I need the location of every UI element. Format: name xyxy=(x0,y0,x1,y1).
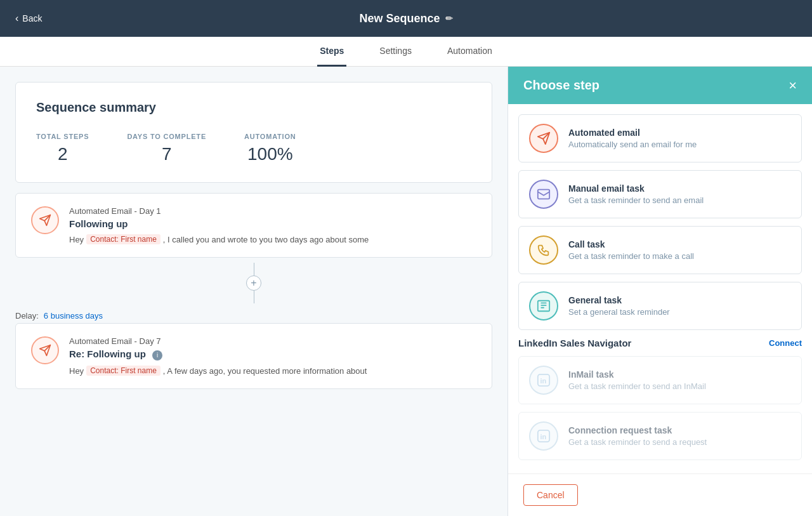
general-task-text: General task Set a general task reminder xyxy=(568,295,670,317)
svg-rect-0 xyxy=(538,190,549,199)
call-task-title: Call task xyxy=(568,239,694,249)
delay-row: Delay: 6 business days xyxy=(15,308,492,323)
step-2-header: Automated Email - Day 7 Re: Following up… xyxy=(31,336,476,376)
option-general-task[interactable]: General task Set a general task reminder xyxy=(518,282,802,330)
option-connection-request: in Connection request task Get a task re… xyxy=(518,412,802,460)
connection-request-title: Connection request task xyxy=(568,425,707,435)
call-task-desc: Get a task reminder to make a call xyxy=(568,251,694,261)
connection-request-icon: in xyxy=(529,421,558,451)
stat-automation: Automation 100% xyxy=(244,133,296,164)
content-area: Sequence summary Total Steps 2 Days to C… xyxy=(0,67,508,516)
sequence-title-container: New Sequence ✏ xyxy=(359,12,452,25)
stat-days-value: 7 xyxy=(127,144,206,164)
step-1-subject: Following up xyxy=(69,218,476,229)
chevron-left-icon: ‹ xyxy=(15,13,18,24)
sequence-title: New Sequence xyxy=(359,12,440,25)
panel-header: Choose step × xyxy=(508,67,812,104)
panel-footer: Cancel xyxy=(508,473,812,516)
option-automated-email[interactable]: Automated email Automatically send an em… xyxy=(518,114,802,162)
automated-email-desc: Automatically send an email for me xyxy=(568,140,697,149)
step-2-type: Automated Email - Day 7 xyxy=(69,336,476,346)
stat-days-to-complete: Days to Complete 7 xyxy=(127,133,206,164)
main-layout: Sequence summary Total Steps 2 Days to C… xyxy=(0,67,812,516)
manual-email-text: Manual email task Get a task reminder to… xyxy=(568,183,704,205)
step-1-header: Automated Email - Day 1 Following up Hey… xyxy=(31,206,476,244)
connector-line-bottom xyxy=(254,291,254,303)
general-task-icon xyxy=(529,291,558,321)
add-step-button[interactable]: + xyxy=(246,275,261,291)
automated-email-icon xyxy=(529,124,558,153)
call-task-icon xyxy=(529,235,558,265)
step-2-icon xyxy=(31,336,59,364)
stat-total-steps: Total Steps 2 xyxy=(36,133,89,164)
connector-line-top xyxy=(254,263,254,275)
step-connector: + xyxy=(15,258,492,308)
linkedin-section-label: LinkedIn Sales Navigator xyxy=(518,338,631,348)
stat-automation-label: Automation xyxy=(244,133,296,140)
stat-days-label: Days to Complete xyxy=(127,133,206,140)
top-navigation: ‹ Back New Sequence ✏ xyxy=(0,0,812,37)
panel-close-button[interactable]: × xyxy=(789,79,797,93)
delay-label: Delay: xyxy=(15,311,39,321)
right-panel: Choose step × Automated email Automatica… xyxy=(508,67,812,516)
edit-icon[interactable]: ✏ xyxy=(445,13,453,23)
step-card-2: Automated Email - Day 7 Re: Following up… xyxy=(15,323,492,389)
manual-email-title: Manual email task xyxy=(568,183,704,194)
step-1-token: Contact: First name xyxy=(86,234,160,244)
panel-body: Automated email Automatically send an em… xyxy=(508,104,812,473)
inmail-text: InMail task Get a task reminder to send … xyxy=(568,369,706,391)
step-1-body-before: Hey xyxy=(69,235,84,244)
stat-total-steps-label: Total Steps xyxy=(36,133,89,140)
tab-automation[interactable]: Automation xyxy=(445,37,495,67)
back-label: Back xyxy=(22,13,42,23)
info-icon: i xyxy=(152,350,162,361)
connection-request-text: Connection request task Get a task remin… xyxy=(568,425,707,447)
step-2-token: Contact: First name xyxy=(86,366,160,376)
svg-text:in: in xyxy=(540,433,547,440)
general-task-desc: Set a general task reminder xyxy=(568,307,670,317)
step-2-body: Hey Contact: First name , A few days ago… xyxy=(69,366,476,376)
manual-email-desc: Get a task reminder to send an email xyxy=(568,195,704,205)
inmail-desc: Get a task reminder to send an InMail xyxy=(568,381,706,391)
call-task-text: Call task Get a task reminder to make a … xyxy=(568,239,694,261)
cancel-button[interactable]: Cancel xyxy=(523,484,578,506)
linkedin-section-header: LinkedIn Sales Navigator Connect xyxy=(518,338,802,348)
stat-total-steps-value: 2 xyxy=(36,144,89,164)
option-inmail: in InMail task Get a task reminder to se… xyxy=(518,356,802,404)
option-manual-email[interactable]: Manual email task Get a task reminder to… xyxy=(518,170,802,218)
linkedin-connect-button[interactable]: Connect xyxy=(769,338,802,348)
manual-email-icon xyxy=(529,180,558,209)
delay-value[interactable]: 6 business days xyxy=(44,311,103,321)
back-button[interactable]: ‹ Back xyxy=(15,13,42,24)
step-1-body: Hey Contact: First name , I called you a… xyxy=(69,234,476,244)
automated-email-title: Automated email xyxy=(568,128,697,138)
automated-email-text: Automated email Automatically send an em… xyxy=(568,128,697,149)
step-2-subject: Re: Following up i xyxy=(69,348,476,361)
general-task-title: General task xyxy=(568,295,670,305)
step-card-1: Automated Email - Day 1 Following up Hey… xyxy=(15,193,492,258)
step-2-content: Automated Email - Day 7 Re: Following up… xyxy=(69,336,476,376)
tab-settings[interactable]: Settings xyxy=(377,37,414,67)
step-2-body-after: , A few days ago, you requested more inf… xyxy=(163,366,367,376)
step-2-body-before: Hey xyxy=(69,366,84,376)
summary-stats: Total Steps 2 Days to Complete 7 Automat… xyxy=(36,133,471,164)
step-1-type: Automated Email - Day 1 xyxy=(69,206,476,216)
svg-text:in: in xyxy=(540,377,547,385)
inmail-title: InMail task xyxy=(568,369,706,380)
panel-title: Choose step xyxy=(523,78,599,93)
summary-title: Sequence summary xyxy=(36,100,471,115)
inmail-icon: in xyxy=(529,366,558,395)
connection-request-desc: Get a task reminder to send a request xyxy=(568,437,707,447)
tab-steps[interactable]: Steps xyxy=(317,37,346,67)
stat-automation-value: 100% xyxy=(244,144,296,164)
option-call-task[interactable]: Call task Get a task reminder to make a … xyxy=(518,226,802,274)
tabs-bar: Steps Settings Automation xyxy=(0,37,812,67)
step-1-icon xyxy=(31,206,59,234)
summary-card: Sequence summary Total Steps 2 Days to C… xyxy=(15,82,492,183)
step-1-body-after: , I called you and wrote to you two days… xyxy=(163,235,369,244)
step-1-content: Automated Email - Day 1 Following up Hey… xyxy=(69,206,476,244)
